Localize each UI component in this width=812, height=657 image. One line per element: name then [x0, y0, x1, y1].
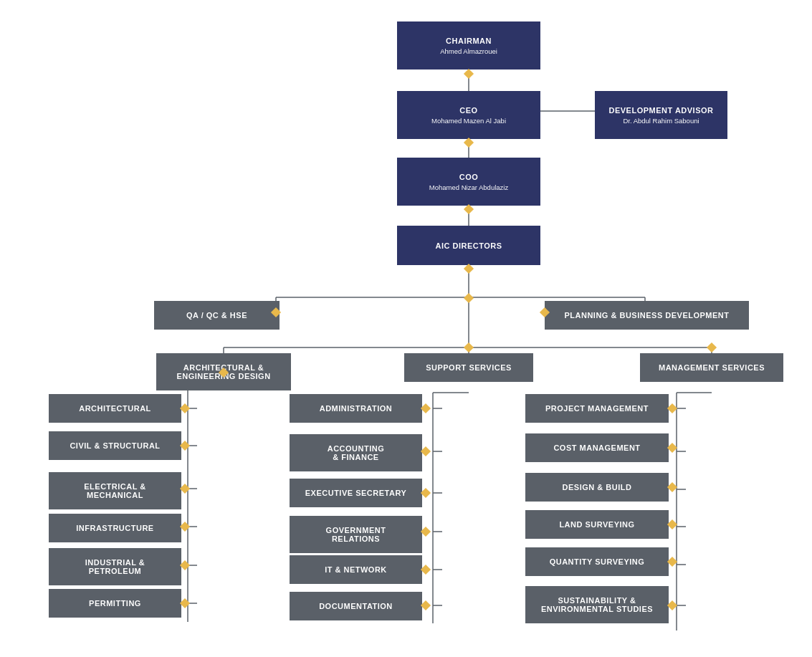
accounting-box: ACCOUNTING & FINANCE	[290, 434, 422, 471]
diamond-permitting	[180, 598, 190, 608]
administration-title: ADMINISTRATION	[320, 404, 393, 413]
diamond-sustainability	[667, 600, 677, 610]
ceo-subtitle: Mohamed Mazen Al Jabi	[431, 117, 506, 125]
diamond-aic-split	[464, 293, 474, 303]
architectural-title: ARCHITECTURAL	[79, 404, 151, 413]
aic-title: AIC DIRECTORS	[435, 241, 502, 250]
diamond-govt-rel	[421, 527, 431, 537]
diamond-documentation	[421, 600, 431, 610]
diamond-aic	[464, 264, 474, 274]
it-network-title: IT & NETWORK	[325, 565, 387, 574]
diamond-architectural	[180, 403, 190, 413]
mgmt-title: MANAGEMENT SERVICES	[659, 363, 765, 372]
documentation-box: DOCUMENTATION	[290, 592, 422, 620]
infrastructure-title: INFRASTRUCTURE	[76, 524, 153, 532]
permitting-box: PERMITTING	[49, 589, 181, 618]
design-build-box: DESIGN & BUILD	[525, 473, 669, 502]
land-survey-box: LAND SURVEYING	[525, 510, 669, 539]
industrial-title: INDUSTRIAL & PETROLEUM	[85, 558, 145, 575]
coo-box: COO Mohamed Nizar Abdulaziz	[397, 158, 540, 206]
architectural-box: ARCHITECTURAL	[49, 394, 181, 423]
coo-subtitle: Mohamed Nizar Abdulaziz	[429, 183, 508, 191]
chairman-title: CHAIRMAN	[446, 37, 492, 45]
project-mgmt-box: PROJECT MANAGEMENT	[525, 394, 669, 423]
dev-advisor-box: DEVELOPMENT ADVISOR Dr. Abdul Rahim Sabo…	[595, 91, 727, 139]
diamond-chairman	[464, 69, 474, 79]
mgmt-box: MANAGEMENT SERVICES	[640, 353, 783, 382]
infrastructure-box: INFRASTRUCTURE	[49, 514, 181, 542]
exec-sec-title: EXECUTIVE SECRETARY	[305, 489, 407, 497]
ceo-box: CEO Mohamed Mazen Al Jabi	[397, 91, 540, 139]
sustainability-title: SUSTAINABILITY & ENVIRONMENTAL STUDIES	[541, 596, 653, 613]
qa-qc-box: QA / QC & HSE	[154, 301, 280, 330]
diamond-exec-sec	[421, 488, 431, 498]
diamond-it-network	[421, 565, 431, 575]
project-mgmt-title: PROJECT MANAGEMENT	[545, 404, 649, 413]
chairman-subtitle: Ahmed Almazrouei	[440, 47, 497, 55]
govt-rel-title: GOVERNMENT RELATIONS	[326, 526, 386, 543]
diamond-support	[464, 342, 474, 353]
sustainability-box: SUSTAINABILITY & ENVIRONMENTAL STUDIES	[525, 586, 669, 623]
dev-advisor-subtitle: Dr. Abdul Rahim Sabouni	[623, 117, 699, 125]
support-box: SUPPORT SERVICES	[404, 353, 533, 382]
administration-box: ADMINISTRATION	[290, 394, 422, 423]
coo-title: COO	[459, 173, 479, 181]
permitting-title: PERMITTING	[89, 599, 141, 608]
govt-rel-box: GOVERNMENT RELATIONS	[290, 516, 422, 553]
diamond-coo	[464, 204, 474, 214]
diamond-land-survey	[667, 519, 677, 529]
diamond-mgmt	[707, 342, 717, 353]
qty-survey-title: QUANTITY SURVEYING	[550, 557, 645, 566]
qty-survey-box: QUANTITY SURVEYING	[525, 547, 669, 576]
cost-mgmt-box: COST MANAGEMENT	[525, 433, 669, 462]
diamond-project-mgmt	[667, 403, 677, 413]
aic-directors-box: AIC DIRECTORS	[397, 226, 540, 265]
land-survey-title: LAND SURVEYING	[559, 520, 634, 529]
electrical-title: ELECTRICAL & MECHANICAL	[84, 482, 145, 499]
it-network-box: IT & NETWORK	[290, 555, 422, 584]
diamond-infrastructure	[180, 522, 190, 532]
diamond-cost-mgmt	[667, 443, 677, 453]
cost-mgmt-title: COST MANAGEMENT	[553, 443, 640, 452]
chairman-box: CHAIRMAN Ahmed Almazrouei	[397, 21, 540, 69]
planning-title: PLANNING & BUSINESS DEVELOPMENT	[564, 311, 729, 320]
diamond-ceo-bottom	[464, 138, 474, 148]
diamond-accounting	[421, 446, 431, 456]
design-build-title: DESIGN & BUILD	[563, 483, 632, 491]
support-title: SUPPORT SERVICES	[426, 363, 512, 372]
diamond-electrical	[180, 484, 190, 494]
diamond-design-build	[667, 482, 677, 492]
civil-box: CIVIL & STRUCTURAL	[49, 431, 181, 460]
documentation-title: DOCUMENTATION	[319, 602, 393, 610]
diamond-industrial	[180, 560, 190, 570]
ceo-title: CEO	[459, 106, 477, 115]
exec-sec-box: EXECUTIVE SECRETARY	[290, 479, 422, 507]
planning-box: PLANNING & BUSINESS DEVELOPMENT	[545, 301, 749, 330]
dev-advisor-title: DEVELOPMENT ADVISOR	[609, 106, 714, 115]
accounting-title: ACCOUNTING & FINANCE	[328, 444, 385, 461]
org-chart: CHAIRMAN Ahmed Almazrouei CEO Mohamed Ma…	[0, 0, 812, 657]
qa-title: QA / QC & HSE	[186, 311, 247, 320]
civil-title: CIVIL & STRUCTURAL	[70, 441, 160, 450]
industrial-box: INDUSTRIAL & PETROLEUM	[49, 548, 181, 585]
diamond-civil	[180, 441, 190, 451]
diamond-administration	[421, 403, 431, 413]
diamond-qty-survey	[667, 557, 677, 567]
electrical-box: ELECTRICAL & MECHANICAL	[49, 472, 181, 509]
